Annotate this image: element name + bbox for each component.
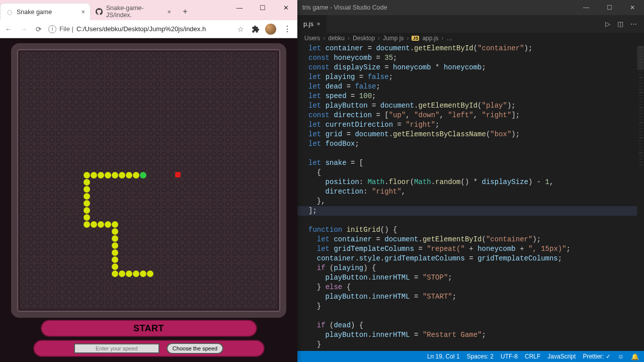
snake-cell [112, 172, 118, 178]
breadcrumb[interactable]: Users› debku› Desktop› Jump js› JS app.j… [297, 33, 644, 44]
status-language[interactable]: JavaScript [547, 353, 576, 360]
address-bar-row: ← → ⟳ i File | C:/Users/debku/Desktop/Ju… [0, 20, 297, 38]
close-icon[interactable]: × [316, 20, 320, 28]
snake-game-page: START Choose the speed [0, 38, 297, 362]
maximize-button[interactable]: ☐ [598, 0, 621, 15]
snake-cell [84, 193, 90, 200]
new-tab-button[interactable]: + [178, 5, 192, 19]
split-editor-icon[interactable]: ◫ [617, 20, 623, 28]
snake-cell [91, 221, 97, 228]
code-editor[interactable]: let container = document.getElementById(… [297, 44, 644, 351]
bookmark-icon[interactable]: ☆ [235, 24, 246, 35]
food-cell [175, 172, 181, 177]
vscode-window-controls: — ☐ ✕ [575, 0, 644, 15]
status-eol[interactable]: CRLF [525, 353, 540, 360]
snake-cell [84, 172, 90, 178]
snake-cell [126, 172, 132, 178]
snake-cell [112, 263, 118, 270]
game-board-frame [11, 43, 286, 318]
snake-cell [133, 172, 139, 178]
minimap[interactable] [637, 44, 644, 351]
snake-cell [112, 256, 118, 263]
snake-cell [112, 221, 118, 228]
url-text: C:/Users/debku/Desktop/Jump%20js/index.h [76, 25, 206, 33]
speed-panel: Choose the speed [33, 340, 265, 357]
snake-cell [112, 235, 118, 242]
window-controls: — ☐ ✕ [228, 0, 297, 15]
choose-speed-button[interactable]: Choose the speed [167, 343, 223, 354]
github-icon [96, 8, 103, 16]
snake-cell [105, 172, 111, 178]
more-icon[interactable]: ⋯ [630, 20, 637, 28]
tab-title: Snake-game-JS/index. [106, 5, 165, 19]
close-window-button[interactable]: ✕ [274, 0, 297, 15]
extensions-icon[interactable] [250, 24, 261, 35]
snake-cell [84, 214, 90, 221]
snake-cell [126, 270, 132, 277]
snake-cell [112, 270, 118, 277]
bell-icon[interactable]: 🔔 [631, 353, 639, 360]
snake-cell [91, 172, 97, 178]
snake-head [140, 172, 146, 178]
chrome-tabstrip: ◌ Snake game × Snake-game-JS/index. × + … [0, 0, 297, 20]
snake-cell [98, 172, 104, 178]
minimize-button[interactable]: — [575, 0, 598, 15]
snake-cell [119, 172, 125, 178]
minimize-button[interactable]: — [228, 0, 251, 15]
snake-cell [133, 270, 139, 277]
site-info-icon[interactable]: i [48, 25, 56, 33]
snake-cell [140, 270, 146, 277]
url-prefix: File | [59, 25, 73, 33]
chrome-menu-button[interactable]: ⋮ [280, 24, 294, 34]
editor-tab[interactable]: p.js × [297, 15, 327, 33]
tab-title: Snake game [17, 9, 52, 16]
status-spaces[interactable]: Spaces: 2 [467, 353, 494, 360]
address-bar[interactable]: i File | C:/Users/debku/Desktop/Jump%20j… [48, 25, 231, 33]
snake-cell [84, 200, 90, 207]
tab-label: p.js [303, 20, 313, 28]
snake-cell [84, 207, 90, 214]
snake-cell [112, 249, 118, 256]
game-board[interactable] [20, 52, 277, 309]
maximize-button[interactable]: ☐ [251, 0, 274, 15]
vscode-titlebar: tris game - Visual Studio Code — ☐ ✕ [297, 0, 644, 15]
status-formatter[interactable]: Prettier: ✓ [583, 353, 610, 360]
snake-cell [84, 179, 90, 186]
snake-cell [112, 228, 118, 235]
feedback-icon[interactable]: ☺ [618, 353, 624, 360]
browser-tab-inactive[interactable]: Snake-game-JS/index. × [91, 3, 176, 20]
snake-cell [84, 221, 90, 228]
forward-button[interactable]: → [18, 24, 29, 35]
snake-cell [112, 242, 118, 249]
close-icon[interactable]: × [167, 8, 171, 16]
browser-tab-active[interactable]: ◌ Snake game × [0, 3, 91, 20]
game-controls: START Choose the speed [11, 320, 286, 362]
back-button[interactable]: ← [3, 24, 14, 35]
status-line[interactable]: Ln 19, Col 1 [427, 353, 460, 360]
profile-avatar[interactable] [265, 24, 276, 35]
snake-cell [84, 186, 90, 193]
snake-cell [119, 270, 125, 277]
vscode-tab-bar: p.js × ▷ ◫ ⋯ [297, 15, 644, 33]
chrome-window: ◌ Snake game × Snake-game-JS/index. × + … [0, 0, 297, 362]
globe-icon: ◌ [6, 8, 14, 16]
run-icon[interactable]: ▷ [605, 20, 610, 28]
snake-cell [98, 221, 104, 228]
status-bar: Ln 19, Col 1 Spaces: 2 UTF-8 CRLF JavaSc… [297, 351, 644, 362]
snake-cell [147, 270, 153, 277]
vscode-window: tris game - Visual Studio Code — ☐ ✕ p.j… [297, 0, 644, 362]
speed-input[interactable] [74, 343, 159, 353]
close-icon[interactable]: × [81, 8, 85, 16]
start-button[interactable]: START [41, 320, 257, 337]
close-window-button[interactable]: ✕ [621, 0, 644, 15]
status-encoding[interactable]: UTF-8 [501, 353, 518, 360]
reload-button[interactable]: ⟳ [33, 24, 44, 35]
snake-cell [105, 221, 111, 228]
js-file-icon: JS [412, 36, 419, 41]
